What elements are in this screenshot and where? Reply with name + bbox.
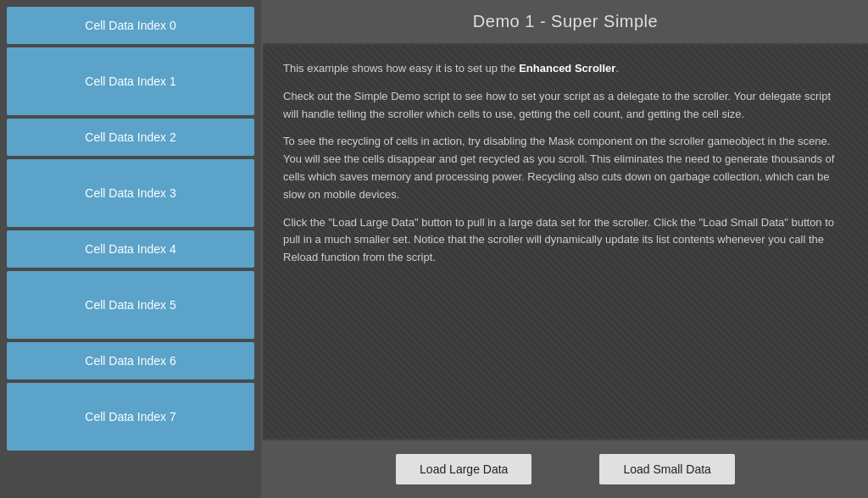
cell-item[interactable]: Cell Data Index 3 [7, 159, 254, 227]
cell-item[interactable]: Cell Data Index 7 [7, 383, 254, 451]
cell-item[interactable]: Cell Data Index 5 [7, 271, 254, 339]
cell-item[interactable]: Cell Data Index 1 [7, 47, 254, 115]
page-title: Demo 1 - Super Simple [280, 12, 851, 31]
right-header: Demo 1 - Super Simple [263, 0, 868, 45]
load-large-data-button[interactable]: Load Large Data [396, 454, 531, 484]
cell-item[interactable]: Cell Data Index 0 [7, 7, 254, 44]
description-para-3: To see the recycling of cells in action,… [283, 133, 848, 203]
load-small-data-button[interactable]: Load Small Data [599, 454, 735, 484]
para2-text: Check out the Simple Demo script to see … [283, 90, 831, 120]
cell-item[interactable]: Cell Data Index 6 [7, 342, 254, 379]
para3-text: To see the recycling of cells in action,… [283, 135, 834, 200]
description-para-4: Click the "Load Large Data" button to pu… [283, 214, 848, 267]
right-panel: Demo 1 - Super Simple This example shows… [263, 0, 868, 498]
cell-scroll-area[interactable]: Cell Data Index 0Cell Data Index 1Cell D… [0, 0, 261, 498]
description-para-2: Check out the Simple Demo script to see … [283, 88, 848, 124]
para1-text: This example shows how easy it is to set… [283, 62, 519, 75]
cell-item[interactable]: Cell Data Index 4 [7, 230, 254, 268]
right-footer: Load Large Data Load Small Data [263, 439, 868, 498]
description-area: This example shows how easy it is to set… [263, 45, 868, 439]
cell-item[interactable]: Cell Data Index 2 [7, 119, 254, 156]
enhanced-scroller-bold: Enhanced Scroller [519, 62, 615, 75]
left-panel: Cell Data Index 0Cell Data Index 1Cell D… [0, 0, 263, 498]
description-para-1: This example shows how easy it is to set… [283, 60, 848, 78]
para4-text: Click the "Load Large Data" button to pu… [283, 216, 834, 264]
